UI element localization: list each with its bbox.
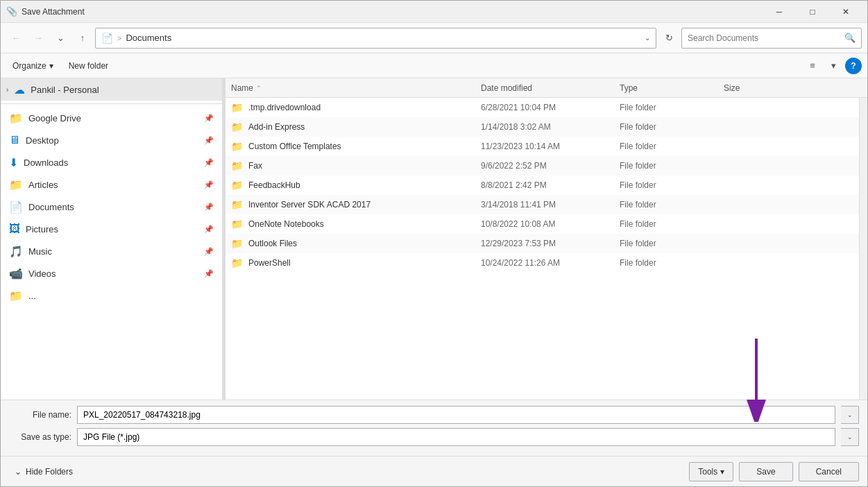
table-row[interactable]: 📁 Outlook Files 12/29/2023 7:53 PM File … <box>225 234 859 253</box>
filename-row: File name: ⌄ <box>9 406 859 424</box>
pictures-icon: 🖼 <box>9 223 20 235</box>
recent-icon: ⌄ <box>57 33 65 43</box>
column-headers: Name ⌃ Date modified Type Size <box>225 78 867 98</box>
file-name: Inventor Server SDK ACAD 2017 <box>248 200 371 210</box>
view-dropdown-button[interactable]: ▾ <box>824 57 842 75</box>
sidebar-item-articles[interactable]: 📁 Articles 📌 <box>1 173 222 196</box>
filename-input[interactable] <box>77 406 835 424</box>
footer-buttons: Tools ▾ Save Cancel <box>689 462 859 481</box>
search-input[interactable] <box>688 33 840 43</box>
sidebar-item-music[interactable]: 🎵 Music 📌 <box>1 240 222 262</box>
col-header-type[interactable]: Type <box>620 83 724 93</box>
address-bar[interactable]: 📄 > Documents ⌄ <box>95 28 656 49</box>
saveastype-dropdown-btn[interactable]: ⌄ <box>841 428 859 446</box>
tools-label: Tools <box>698 467 717 477</box>
close-button[interactable]: ✕ <box>830 1 862 23</box>
minimize-button[interactable]: ─ <box>763 1 795 23</box>
file-date: 1/14/2018 3:02 AM <box>481 122 620 132</box>
saveastype-input[interactable] <box>77 428 835 446</box>
sidebar-item-desktop[interactable]: 🖥 Desktop 📌 <box>1 129 222 151</box>
folder-icon: 📁 <box>231 219 243 230</box>
scrollbar[interactable] <box>859 98 867 400</box>
sidebar-item-documents[interactable]: 📄 Documents 📌 <box>1 196 222 218</box>
documents-label: Documents <box>28 202 74 212</box>
file-date: 10/8/2022 10:08 AM <box>481 219 620 229</box>
table-row[interactable]: 📁 .tmp.drivedownload 6/28/2021 10:04 PM … <box>225 98 859 117</box>
col-header-date[interactable]: Date modified <box>481 83 620 93</box>
table-row[interactable]: 📁 Add-in Express 1/14/2018 3:02 AM File … <box>225 117 859 137</box>
maximize-button[interactable]: □ <box>797 1 828 23</box>
table-row[interactable]: 📁 Fax 9/6/2022 2:52 PM File folder <box>225 156 859 176</box>
window-controls: ─ □ ✕ <box>763 1 862 23</box>
folder-icon: 📁 <box>231 199 243 210</box>
hide-folders-label: Hide Folders <box>26 467 73 477</box>
search-box[interactable]: 🔍 <box>681 28 862 49</box>
articles-icon: 📁 <box>9 178 23 191</box>
nav-header-item[interactable]: › ☁ Pankil - Personal <box>1 78 222 101</box>
organize-button[interactable]: Organize ▾ <box>6 57 60 75</box>
more-label: ... <box>28 291 36 301</box>
file-date: 6/28/2021 10:04 PM <box>481 103 620 112</box>
filename-dropdown-btn[interactable]: ⌄ <box>841 406 859 424</box>
organize-arrow: ▾ <box>49 61 53 71</box>
downloads-label: Downloads <box>24 157 68 168</box>
sidebar-item-pictures[interactable]: 🖼 Pictures 📌 <box>1 218 222 240</box>
table-row[interactable]: 📁 OneNote Notebooks 10/8/2022 10:08 AM F… <box>225 214 859 234</box>
folder-icon: 📁 <box>231 121 243 133</box>
address-text: Documents <box>126 33 171 43</box>
file-date: 10/24/2022 11:26 AM <box>481 258 620 268</box>
filename-label: File name: <box>9 410 71 420</box>
file-date: 11/23/2023 10:14 AM <box>481 142 620 151</box>
new-folder-button[interactable]: New folder <box>62 57 114 75</box>
folder-icon: 📁 <box>231 238 243 249</box>
save-button[interactable]: Save <box>739 462 792 481</box>
table-row[interactable]: 📁 FeedbackHub 8/8/2021 2:42 PM File fold… <box>225 176 859 195</box>
right-panel: Name ⌃ Date modified Type Size 📁 .tmp.dr… <box>225 78 867 400</box>
hide-folders-button[interactable]: ⌄ Hide Folders <box>9 464 78 479</box>
desktop-label: Desktop <box>26 135 59 146</box>
right-content-wrapper: 📁 .tmp.drivedownload 6/28/2021 10:04 PM … <box>225 98 867 400</box>
music-label: Music <box>28 246 52 257</box>
table-row[interactable]: 📁 Inventor Server SDK ACAD 2017 3/14/201… <box>225 195 859 214</box>
view-icon: ≡ <box>810 60 815 71</box>
refresh-button[interactable]: ↻ <box>659 28 679 48</box>
forward-button[interactable]: → <box>28 28 48 48</box>
articles-label: Articles <box>28 180 58 190</box>
up-button[interactable]: ↑ <box>73 28 92 48</box>
toolbar: Organize ▾ New folder ≡ ▾ ? <box>1 53 867 78</box>
file-name: FeedbackHub <box>248 180 300 190</box>
pin-icon-music: 📌 <box>204 247 214 256</box>
filename-dropdown-arrow: ⌄ <box>847 411 853 418</box>
downloads-icon: ⬇ <box>9 156 18 169</box>
refresh-icon: ↻ <box>665 33 673 43</box>
address-dropdown-arrow[interactable]: ⌄ <box>645 34 650 42</box>
file-type: File folder <box>620 103 724 112</box>
file-name: Outlook Files <box>248 239 297 248</box>
col-header-size[interactable]: Size <box>724 83 862 93</box>
footer: ⌄ Hide Folders Tools ▾ Save Cancel <box>1 456 867 486</box>
address-separator: > <box>117 34 121 42</box>
cancel-button[interactable]: Cancel <box>799 462 859 481</box>
file-date: 9/6/2022 2:52 PM <box>481 161 620 171</box>
col-header-name[interactable]: Name ⌃ <box>231 83 481 93</box>
sidebar-item-google-drive[interactable]: 📁 Google Drive 📌 <box>1 107 222 129</box>
main-area: › ☁ Pankil - Personal 📁 Google Drive 📌 🖥… <box>1 78 867 400</box>
view-button[interactable]: ≡ <box>803 57 822 75</box>
sidebar-item-more[interactable]: 📁 ... <box>1 284 222 307</box>
table-row[interactable]: 📁 PowerShell 10/24/2022 11:26 AM File fo… <box>225 253 859 273</box>
tools-button[interactable]: Tools ▾ <box>689 462 733 481</box>
view-arrow: ▾ <box>831 60 836 71</box>
sidebar-item-downloads[interactable]: ⬇ Downloads 📌 <box>1 151 222 173</box>
pin-icon-downloads: 📌 <box>204 158 214 167</box>
documents-nav-icon: 📄 <box>9 200 23 214</box>
save-label: Save <box>756 467 775 477</box>
sidebar-item-videos[interactable]: 📹 Videos 📌 <box>1 262 222 284</box>
back-button[interactable]: ← <box>6 28 26 48</box>
recent-locations-button[interactable]: ⌄ <box>51 28 70 48</box>
folder-icon: 📁 <box>231 102 243 113</box>
file-type: File folder <box>620 122 724 132</box>
file-type: File folder <box>620 180 724 190</box>
pin-icon: 📌 <box>204 114 214 123</box>
table-row[interactable]: 📁 Custom Office Templates 11/23/2023 10:… <box>225 137 859 156</box>
help-button[interactable]: ? <box>845 58 862 74</box>
